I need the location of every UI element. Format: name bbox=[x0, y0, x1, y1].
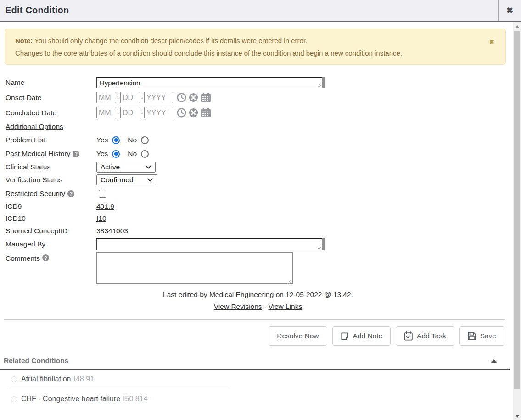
view-links-link[interactable]: View Links bbox=[268, 302, 302, 310]
note-dismiss-icon[interactable]: ✖ bbox=[489, 39, 494, 45]
concluded-month-input[interactable] bbox=[96, 107, 116, 118]
related-conditions-list: Atrial fibrillationI48.91CHF - Congestiv… bbox=[0, 370, 513, 409]
vertical-scrollbar[interactable] bbox=[513, 22, 521, 420]
resize-grip-icon[interactable] bbox=[317, 83, 321, 87]
icd10-label: ICD10 bbox=[6, 214, 96, 223]
help-icon[interactable]: ? bbox=[42, 254, 49, 261]
note-text-2: Changes to the core attributes of a cond… bbox=[15, 49, 402, 57]
pmh-yes-radio[interactable] bbox=[112, 150, 120, 158]
concluded-date-row: Concluded Date - - bbox=[6, 107, 513, 118]
snomed-code-link[interactable]: 38341003 bbox=[96, 227, 128, 235]
revision-links-row: View Revisions - View Links bbox=[6, 302, 510, 311]
calendar-icon[interactable] bbox=[201, 93, 211, 102]
scroll-up-icon bbox=[515, 25, 519, 28]
comments-textarea[interactable] bbox=[96, 252, 293, 284]
help-icon[interactable]: ? bbox=[73, 151, 79, 157]
concluded-year-input[interactable] bbox=[144, 107, 173, 118]
help-icon[interactable]: ? bbox=[67, 190, 74, 197]
resize-grip-icon[interactable] bbox=[287, 280, 291, 284]
dialog-title: Edit Condition bbox=[0, 5, 69, 16]
condition-bullet-icon bbox=[11, 396, 17, 402]
save-label: Save bbox=[480, 332, 496, 340]
related-condition-row[interactable]: CHF - Congestive heart failureI50.814 bbox=[0, 389, 513, 409]
pmh-yes-label: Yes bbox=[96, 150, 108, 158]
name-input[interactable] bbox=[96, 77, 322, 88]
icd10-code-link[interactable]: I10 bbox=[96, 214, 106, 223]
problem-list-label: Problem List bbox=[6, 136, 96, 144]
icd9-label: ICD9 bbox=[6, 202, 96, 211]
related-condition-row[interactable]: Atrial fibrillationI48.91 bbox=[0, 370, 513, 389]
clear-date-icon[interactable] bbox=[189, 108, 198, 118]
verification-status-row: Verification Status Confirmed bbox=[6, 174, 513, 185]
action-button-row: Resolve Now Add Note Add Task Save bbox=[0, 326, 513, 346]
problem-list-yes-label: Yes bbox=[96, 136, 108, 144]
date-separator: - bbox=[141, 109, 143, 117]
note-banner: Note: You should only change the conditi… bbox=[5, 29, 506, 65]
dialog-body: Note: You should only change the conditi… bbox=[0, 22, 513, 420]
restricted-security-row: Restricted Security ? bbox=[6, 190, 513, 198]
managed-by-label: Managed By bbox=[6, 238, 96, 250]
onset-year-input[interactable] bbox=[144, 92, 173, 103]
add-task-label: Add Task bbox=[417, 332, 446, 340]
snomed-label: Snomed ConceptID bbox=[6, 227, 96, 235]
calendar-check-icon bbox=[404, 331, 413, 341]
onset-month-input[interactable] bbox=[96, 92, 116, 103]
managed-by-input[interactable] bbox=[96, 238, 322, 250]
related-condition-name: Atrial fibrillation bbox=[21, 375, 71, 383]
comments-row: Comments ? bbox=[6, 252, 513, 286]
resolve-now-label: Resolve Now bbox=[277, 332, 319, 340]
comments-label: Comments bbox=[6, 254, 40, 263]
additional-options-link[interactable]: Additional Options bbox=[6, 123, 63, 131]
collapse-icon[interactable] bbox=[491, 359, 497, 363]
condition-bullet-icon bbox=[11, 376, 17, 382]
pmh-no-radio[interactable] bbox=[141, 150, 149, 158]
last-edited-text: Last edited by Medical Engineering on 12… bbox=[6, 291, 510, 299]
date-separator: - bbox=[117, 94, 119, 101]
scroll-down-button[interactable] bbox=[513, 412, 521, 420]
name-row: Name bbox=[6, 77, 513, 88]
icd9-row: ICD9 401.9 bbox=[6, 202, 513, 211]
save-button[interactable]: Save bbox=[459, 326, 504, 346]
past-medical-history-label: Past Medical History bbox=[6, 150, 70, 158]
add-task-button[interactable]: Add Task bbox=[396, 326, 454, 346]
onset-date-row: Onset Date - - bbox=[6, 92, 513, 103]
scroll-up-button[interactable] bbox=[513, 22, 521, 30]
add-note-button[interactable]: Add Note bbox=[332, 326, 391, 346]
input-resize-handle[interactable] bbox=[322, 77, 325, 88]
restricted-security-checkbox[interactable] bbox=[99, 190, 106, 198]
note-text-1: You should only change the condition des… bbox=[34, 37, 307, 45]
input-resize-handle[interactable] bbox=[322, 238, 325, 250]
verification-status-label: Verification Status bbox=[6, 176, 96, 184]
resize-grip-icon[interactable] bbox=[317, 245, 321, 249]
related-conditions-title: Related Conditions bbox=[4, 357, 68, 365]
managed-by-row: Managed By bbox=[6, 238, 513, 250]
concluded-date-label: Concluded Date bbox=[6, 107, 96, 118]
clear-date-icon[interactable] bbox=[189, 93, 198, 102]
note-icon bbox=[341, 332, 349, 341]
icd9-code-link[interactable]: 401.9 bbox=[96, 202, 114, 211]
clinical-status-select[interactable]: Active bbox=[96, 162, 156, 173]
view-revisions-link[interactable]: View Revisions bbox=[214, 302, 262, 310]
problem-list-yes-radio[interactable] bbox=[112, 136, 120, 144]
related-conditions-section: Related Conditions Atrial fibrillationI4… bbox=[0, 355, 513, 409]
past-medical-history-row: Past Medical History ? Yes No bbox=[6, 150, 513, 158]
related-conditions-header: Related Conditions bbox=[0, 355, 513, 366]
clock-icon[interactable] bbox=[177, 93, 186, 102]
chevron-down-icon bbox=[147, 178, 153, 182]
scrollbar-thumb[interactable] bbox=[514, 31, 520, 389]
onset-day-input[interactable] bbox=[120, 92, 140, 103]
snomed-row: Snomed ConceptID 38341003 bbox=[6, 227, 513, 235]
concluded-day-input[interactable] bbox=[120, 107, 140, 118]
chevron-down-icon bbox=[146, 165, 151, 169]
pmh-no-label: No bbox=[128, 150, 137, 158]
related-condition-name: CHF - Congestive heart failure bbox=[21, 395, 120, 403]
dialog-close-button[interactable]: ✖ bbox=[498, 0, 521, 21]
clock-icon[interactable] bbox=[177, 108, 186, 118]
calendar-icon[interactable] bbox=[201, 108, 211, 118]
resolve-now-button[interactable]: Resolve Now bbox=[269, 326, 327, 346]
name-label: Name bbox=[6, 77, 96, 88]
verification-status-select[interactable]: Confirmed bbox=[96, 174, 157, 185]
problem-list-no-label: No bbox=[128, 136, 137, 144]
clinical-status-row: Clinical Status Active bbox=[6, 162, 513, 173]
problem-list-no-radio[interactable] bbox=[141, 136, 149, 144]
